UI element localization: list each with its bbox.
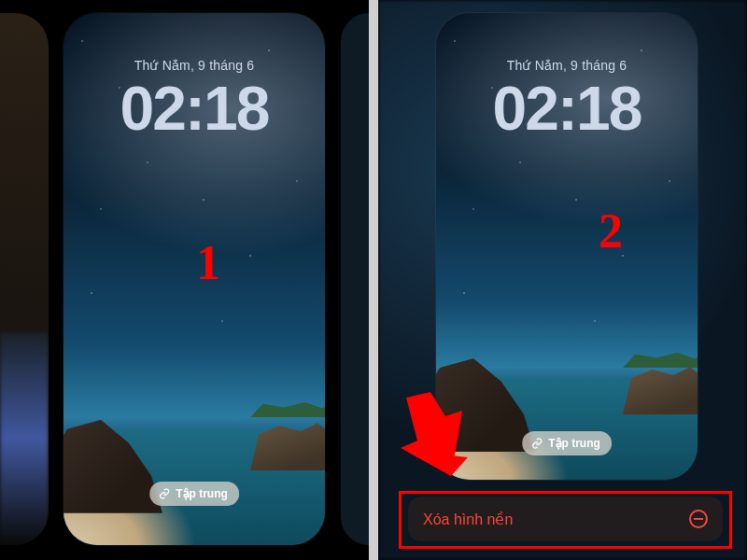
link-icon — [531, 438, 543, 449]
focus-pill[interactable]: Tập trung — [522, 431, 612, 455]
lockscreen-date: Thứ Năm, 9 tháng 6 — [436, 58, 698, 73]
lockscreen-time: 02:18 — [436, 73, 698, 144]
delete-wallpaper-label: Xóa hình nền — [423, 511, 513, 528]
lockscreen-time: 02:18 — [63, 73, 325, 144]
focus-pill[interactable]: Tập trung — [149, 482, 239, 506]
focus-pill-label: Tập trung — [548, 437, 600, 450]
tutorial-step-2-panel: Thứ Năm, 9 tháng 6 02:18 Tập trung Xóa h… — [378, 0, 747, 560]
minus-circle-icon — [689, 510, 708, 528]
tutorial-step-1-panel: Thứ Năm, 9 tháng 6 02:18 Tập trung 1 — [0, 0, 369, 560]
lockscreen-preview[interactable]: Thứ Năm, 9 tháng 6 02:18 Tập trung — [63, 13, 325, 545]
link-icon — [159, 488, 170, 499]
focus-pill-label: Tập trung — [176, 487, 228, 500]
previous-wallpaper-peek[interactable] — [0, 13, 49, 545]
next-wallpaper-peek[interactable] — [341, 13, 369, 545]
lockscreen-date: Thứ Năm, 9 tháng 6 — [63, 58, 325, 73]
delete-wallpaper-button[interactable]: Xóa hình nền — [408, 497, 723, 541]
lockscreen-preview-small[interactable]: Thứ Năm, 9 tháng 6 02:18 Tập trung — [436, 13, 698, 480]
